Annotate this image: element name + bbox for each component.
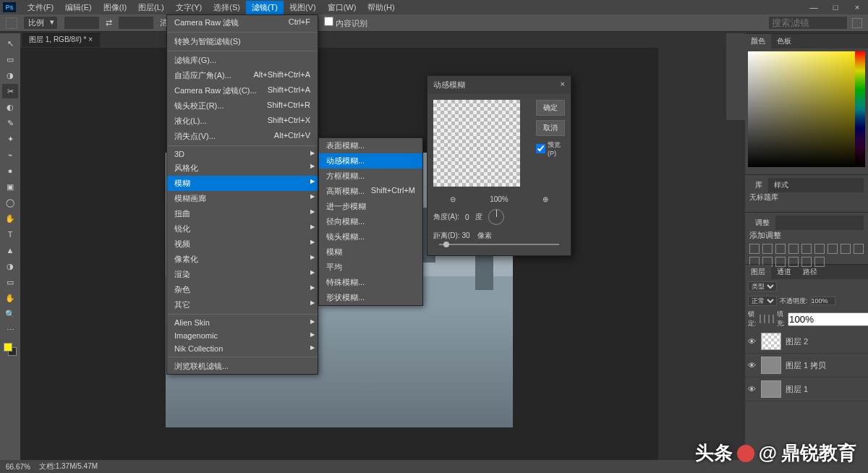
color-picker[interactable]: [748, 51, 865, 167]
dialog-close-icon[interactable]: ×: [561, 80, 565, 90]
blur-submenu-item[interactable]: 径向模糊...: [319, 214, 422, 229]
blur-submenu-item[interactable]: 特殊模糊...: [319, 275, 422, 290]
layer-row[interactable]: 👁 图层 1: [745, 378, 868, 401]
filter-menu-item[interactable]: 扭曲: [167, 206, 318, 221]
blur-submenu-item[interactable]: 表面模糊...: [319, 138, 422, 153]
filter-menu-item[interactable]: Alien Skin: [167, 316, 318, 329]
filter-menu-item[interactable]: 杂色: [167, 282, 318, 297]
menu-select[interactable]: 选择(S): [208, 1, 246, 14]
eraser-tool[interactable]: ●: [2, 163, 18, 178]
content-aware-checkbox[interactable]: 内容识别: [324, 17, 367, 29]
blur-submenu-item[interactable]: 形状模糊...: [319, 290, 422, 305]
filter-menu-item[interactable]: Camera Raw 滤镜Ctrl+F: [167, 15, 318, 30]
color-swatch[interactable]: [4, 343, 17, 356]
crop-tool[interactable]: ✂: [2, 84, 18, 98]
menu-image[interactable]: 图像(I): [98, 1, 132, 14]
shape-tool[interactable]: ▭: [2, 275, 18, 289]
blur-tool[interactable]: ◯: [2, 195, 18, 210]
filter-menu-item[interactable]: 渲染: [167, 267, 318, 282]
tab-channels[interactable]: 通道: [771, 265, 797, 279]
blur-submenu-item[interactable]: 方框模糊...: [319, 169, 422, 184]
blur-submenu-item[interactable]: 进一步模糊: [319, 199, 422, 214]
share-icon[interactable]: [852, 18, 862, 28]
fill-input[interactable]: [788, 312, 868, 326]
blur-submenu-item[interactable]: 平均: [319, 260, 422, 275]
document-tab[interactable]: 图层 1, RGB/8#) * ×: [22, 33, 100, 47]
tab-libraries[interactable]: 库: [749, 178, 768, 192]
dodge-tool[interactable]: ✋: [2, 211, 18, 226]
lock-transparency-icon[interactable]: [760, 315, 761, 323]
filter-menu-item[interactable]: Nik Collection: [167, 342, 318, 355]
tab-color[interactable]: 颜色: [745, 34, 771, 48]
cancel-button[interactable]: 取消: [536, 120, 565, 136]
collapsed-panel-strip[interactable]: [726, 33, 745, 120]
marquee-tool[interactable]: ▭: [2, 52, 18, 67]
adj-vibrance-icon[interactable]: [801, 244, 812, 254]
more-tools[interactable]: ⋯: [2, 323, 18, 337]
filter-menu-item[interactable]: 3D: [167, 148, 318, 161]
layer-row[interactable]: 👁 图层 2: [745, 330, 868, 354]
tab-layers[interactable]: 图层: [745, 265, 771, 279]
filter-menu-item[interactable]: 模糊画廊: [167, 191, 318, 206]
opacity-input[interactable]: [811, 297, 835, 305]
filter-menu-item[interactable]: 模糊: [167, 176, 318, 191]
foreground-color[interactable]: [4, 343, 12, 351]
crop-tool-icon[interactable]: [6, 17, 17, 29]
layer-name[interactable]: 图层 1: [786, 384, 808, 395]
lock-all-icon[interactable]: [773, 315, 774, 323]
visibility-icon[interactable]: 👁: [748, 385, 757, 393]
layer-row[interactable]: 👁 图层 1 拷贝: [745, 354, 868, 378]
filter-menu-item[interactable]: 其它: [167, 297, 318, 312]
filter-menu-item[interactable]: Imagenomic: [167, 329, 318, 342]
menu-filter[interactable]: 滤镜(T): [246, 1, 284, 14]
clone-tool[interactable]: ⌁: [2, 148, 18, 162]
filter-menu-item[interactable]: 自适应广角(A)...Alt+Shift+Ctrl+A: [167, 68, 318, 83]
adj-bw-icon[interactable]: [827, 244, 838, 254]
zoom-tool[interactable]: 🔍: [2, 307, 18, 321]
blur-submenu-item[interactable]: 模糊: [319, 244, 422, 260]
layer-thumbnail[interactable]: [761, 333, 781, 350]
adj-exposure-icon[interactable]: [788, 244, 799, 254]
minimize-button[interactable]: —: [803, 3, 825, 12]
menu-edit[interactable]: 编辑(E): [59, 1, 98, 14]
close-button[interactable]: ×: [846, 3, 868, 12]
maximize-button[interactable]: □: [825, 3, 846, 12]
zoom-in-icon[interactable]: ⊕: [542, 195, 548, 203]
layer-name[interactable]: 图层 1 拷贝: [786, 360, 826, 371]
pen-tool[interactable]: ▲: [2, 243, 18, 257]
tab-paths[interactable]: 路径: [797, 265, 823, 279]
blur-submenu-item[interactable]: 高斯模糊...Shift+Ctrl+M: [319, 184, 422, 199]
layer-thumbnail[interactable]: [761, 380, 781, 398]
adj-curves-icon[interactable]: [775, 244, 786, 254]
layer-filter-kind[interactable]: 类型: [748, 281, 777, 291]
filter-menu-item[interactable]: 视频: [167, 236, 318, 252]
preview-checkbox[interactable]: 预览(P): [536, 140, 565, 157]
zoom-out-icon[interactable]: ⊖: [450, 195, 456, 203]
filter-menu-item[interactable]: Camera Raw 滤镜(C)...Shift+Ctrl+A: [167, 83, 318, 98]
lasso-tool[interactable]: ◑: [2, 68, 18, 82]
menu-help[interactable]: 帮助(H): [362, 1, 400, 14]
menu-window[interactable]: 窗口(W): [322, 1, 362, 14]
filter-menu-item[interactable]: 镜头校正(R)...Shift+Ctrl+R: [167, 98, 318, 114]
swap-icon[interactable]: ⇄: [106, 18, 112, 27]
menu-type[interactable]: 文字(Y): [170, 1, 208, 14]
adj-hue-icon[interactable]: [814, 244, 825, 254]
menu-file[interactable]: 文件(F): [22, 1, 59, 14]
hue-slider[interactable]: [855, 51, 865, 167]
menu-layer[interactable]: 图层(L): [132, 1, 169, 14]
blur-submenu-item[interactable]: 镜头模糊...: [319, 229, 422, 244]
layer-name[interactable]: 图层 2: [786, 336, 808, 347]
filter-menu-item[interactable]: 浏览联机滤镜...: [167, 359, 318, 374]
move-tool[interactable]: ↖: [2, 36, 18, 51]
lock-pixels-icon[interactable]: [764, 315, 765, 323]
visibility-icon[interactable]: 👁: [748, 361, 757, 370]
filter-menu-item[interactable]: 像素化: [167, 252, 318, 267]
tab-styles[interactable]: 样式: [768, 178, 794, 192]
brush-tool[interactable]: ✎: [2, 116, 18, 130]
distance-slider[interactable]: [439, 244, 559, 245]
filter-menu-item[interactable]: 转换为智能滤镜(S): [167, 34, 318, 49]
filter-menu-item[interactable]: 滤镜库(G)...: [167, 53, 318, 68]
lock-position-icon[interactable]: [768, 315, 770, 323]
path-tool[interactable]: ◑: [2, 259, 18, 273]
blend-mode-select[interactable]: 正常: [748, 296, 777, 306]
